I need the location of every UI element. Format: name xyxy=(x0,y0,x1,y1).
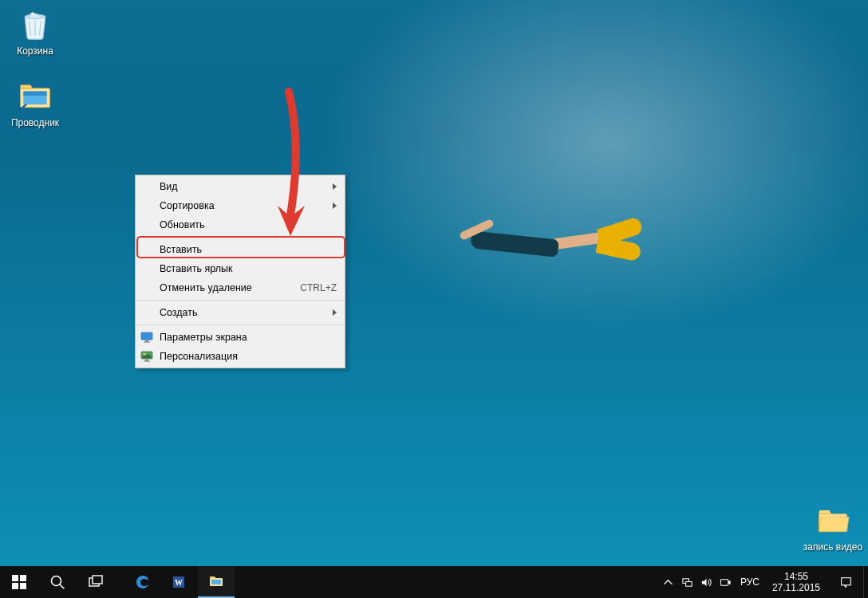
system-tray: РУС 14:55 27.11.2015 xyxy=(659,566,868,598)
task-view-button[interactable] xyxy=(77,566,115,598)
svg-rect-27 xyxy=(841,577,850,584)
tray-time: 14:55 xyxy=(772,571,820,582)
tray-recording-indicator[interactable] xyxy=(716,566,736,598)
ctx-item-sort[interactable]: Сортировка xyxy=(136,196,345,215)
ctx-item-personalize[interactable]: Персонализация xyxy=(136,347,345,366)
svg-rect-26 xyxy=(721,579,728,585)
task-view-icon xyxy=(88,574,104,590)
ctx-item-label: Сортировка xyxy=(160,200,333,211)
desktop-context-menu: Вид Сортировка Обновить Вставить Вставит… xyxy=(135,175,345,368)
ctx-item-view[interactable]: Вид xyxy=(136,177,345,196)
taskbar-app-word[interactable]: W xyxy=(161,566,198,598)
ctx-item-new[interactable]: Создать xyxy=(136,303,345,322)
tray-action-center-button[interactable] xyxy=(828,566,863,598)
network-icon xyxy=(681,576,693,588)
tray-date: 27.11.2015 xyxy=(772,582,820,593)
display-settings-icon xyxy=(140,331,153,344)
tray-volume-button[interactable] xyxy=(697,566,716,598)
ctx-item-refresh[interactable]: Обновить xyxy=(136,215,345,234)
taskbar-apps: W xyxy=(124,566,235,598)
ctx-separator xyxy=(136,325,344,325)
ctx-separator xyxy=(136,300,344,301)
desktop-icon-video-folder[interactable]: запись видео xyxy=(803,501,863,553)
folder-icon xyxy=(814,501,852,539)
svg-rect-12 xyxy=(12,575,18,581)
svg-rect-3 xyxy=(23,92,46,96)
file-explorer-icon xyxy=(16,77,54,115)
svg-rect-7 xyxy=(144,342,150,343)
desktop[interactable]: Корзина Проводник запись видео xyxy=(0,0,868,566)
ctx-item-label: Обновить xyxy=(160,219,337,230)
ctx-item-display-settings[interactable]: Параметры экрана xyxy=(136,328,345,347)
tray-overflow-button[interactable] xyxy=(659,566,678,598)
file-explorer-taskbar-icon xyxy=(208,573,224,589)
wallpaper-swimmer xyxy=(447,211,654,283)
ctx-item-label: Вид xyxy=(160,181,333,192)
desktop-icon-recycle-bin[interactable]: Корзина xyxy=(5,5,65,57)
search-icon xyxy=(49,574,65,590)
svg-rect-13 xyxy=(20,575,26,581)
taskbar: W xyxy=(0,566,868,598)
svg-rect-19 xyxy=(93,576,102,584)
chevron-up-icon xyxy=(662,576,674,588)
ctx-item-paste-shortcut[interactable]: Вставить ярлык xyxy=(136,259,345,278)
chevron-right-icon xyxy=(333,309,337,316)
svg-text:W: W xyxy=(175,578,183,587)
desktop-icon-label: запись видео xyxy=(803,541,863,553)
svg-rect-23 xyxy=(211,580,221,584)
ctx-item-label: Создать xyxy=(160,307,333,318)
personalize-icon xyxy=(140,350,153,363)
tray-clock[interactable]: 14:55 27.11.2015 xyxy=(764,571,828,593)
ctx-item-label: Параметры экрана xyxy=(160,332,337,343)
word-icon: W xyxy=(172,574,187,590)
tray-network-button[interactable] xyxy=(678,566,697,598)
start-button[interactable] xyxy=(0,566,38,598)
svg-rect-14 xyxy=(12,583,18,589)
action-center-icon xyxy=(840,576,852,588)
ctx-item-shortcut: CTRL+Z xyxy=(300,282,337,293)
edge-icon xyxy=(135,574,151,590)
tray-language-button[interactable]: РУС xyxy=(736,576,764,588)
recycle-bin-icon xyxy=(16,5,54,43)
taskbar-app-file-explorer[interactable] xyxy=(198,566,235,598)
search-button[interactable] xyxy=(38,566,77,598)
ctx-item-label: Персонализация xyxy=(160,351,337,362)
ctx-separator xyxy=(136,237,344,238)
recording-icon xyxy=(720,576,732,588)
svg-rect-6 xyxy=(145,340,148,342)
taskbar-app-edge[interactable] xyxy=(124,566,161,598)
svg-line-17 xyxy=(60,584,64,588)
chevron-right-icon xyxy=(333,203,337,209)
svg-rect-5 xyxy=(141,332,152,340)
volume-icon xyxy=(700,576,712,588)
desktop-icon-file-explorer[interactable]: Проводник xyxy=(5,77,65,128)
desktop-icon-label: Корзина xyxy=(5,45,65,57)
ctx-item-label: Вставить xyxy=(160,244,337,255)
ctx-item-undo-delete[interactable]: Отменить удаление CTRL+Z xyxy=(136,278,345,297)
ctx-item-label: Отменить удаление xyxy=(160,282,300,293)
show-desktop-button[interactable] xyxy=(863,566,868,598)
svg-rect-15 xyxy=(20,583,26,589)
chevron-right-icon xyxy=(333,183,337,190)
svg-rect-25 xyxy=(686,581,692,586)
ctx-item-label: Вставить ярлык xyxy=(160,263,337,274)
svg-rect-11 xyxy=(144,361,150,362)
desktop-icon-label: Проводник xyxy=(5,117,65,128)
ctx-item-paste[interactable]: Вставить xyxy=(136,240,345,259)
svg-rect-10 xyxy=(145,360,148,361)
windows-icon xyxy=(11,574,27,590)
svg-point-9 xyxy=(144,353,145,355)
